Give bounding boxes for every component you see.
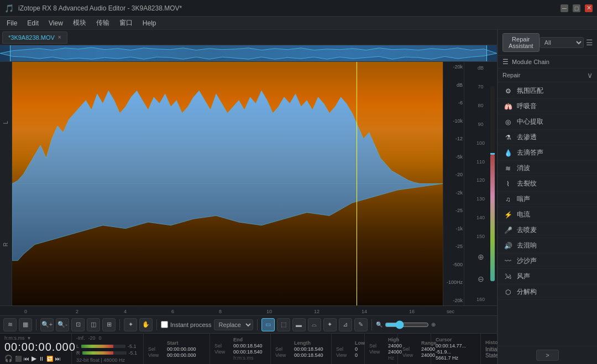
- module-name-1: 呼吸音: [517, 102, 537, 111]
- module-item-0[interactable]: ⚙ 氛围匹配: [498, 83, 597, 99]
- more-btn[interactable]: >: [536, 350, 558, 361]
- separator-4: [257, 319, 258, 330]
- cursor-sel-value: 00:00:14.77...: [436, 343, 476, 349]
- cursor-freq-value: 5661.7 Hz: [436, 355, 476, 361]
- brush-btn[interactable]: ⊿: [339, 318, 352, 331]
- spectrogram[interactable]: [12, 62, 443, 305]
- module-name-0: 氛围匹配: [517, 86, 543, 96]
- zoom-full-btn[interactable]: ◫: [87, 318, 100, 331]
- inf-label: -Inf.: [76, 335, 85, 341]
- repair-expand-icon[interactable]: ∨: [587, 71, 593, 80]
- module-icon-6: ⌇: [504, 180, 512, 188]
- module-icon-13: ⬡: [504, 288, 512, 297]
- timecode-value: 00:00:00.000: [4, 341, 67, 354]
- maximize-button[interactable]: □: [573, 4, 580, 12]
- waveform-view-btn[interactable]: ≋: [3, 318, 17, 331]
- instant-process-checkbox[interactable]: [161, 321, 168, 328]
- channel-l-label: L: [3, 121, 9, 124]
- module-icon-8: ⚡: [504, 210, 512, 219]
- next-btn[interactable]: ⏭: [55, 356, 61, 362]
- module-icon-10: 🔊: [504, 241, 512, 250]
- time-12: 12: [314, 309, 320, 314]
- zoom-fit-btn[interactable]: ⊡: [71, 318, 85, 331]
- sel-time-btn[interactable]: ⬚: [277, 318, 290, 331]
- length-section: Length Sel 00:00:18.540 View 00:00:18.54…: [271, 334, 332, 364]
- prev-btn[interactable]: ⏮: [24, 356, 29, 362]
- select-tool-btn[interactable]: ✦: [124, 318, 137, 331]
- sel-lasso-btn[interactable]: ⌓: [308, 318, 321, 331]
- pause-btn[interactable]: ⏸: [39, 356, 44, 362]
- db-mark-6: -5k: [444, 154, 463, 160]
- module-item-3[interactable]: ⚗ 去渗透: [498, 130, 597, 145]
- module-item-2[interactable]: ◎ 中心提取: [498, 114, 597, 130]
- file-tab[interactable]: *3K9A8238.MOV ×: [2, 31, 67, 44]
- minimize-button[interactable]: ─: [561, 4, 568, 12]
- pencil-btn[interactable]: ✎: [354, 318, 368, 331]
- module-item-4[interactable]: 💧 去滴答声: [498, 145, 597, 161]
- editor-area: L R: [0, 62, 497, 305]
- module-name-3: 去渗透: [517, 133, 537, 142]
- menu-edit[interactable]: Edit: [23, 18, 43, 28]
- db-mark-4: -10k: [444, 118, 463, 124]
- module-item-13[interactable]: ⬡ 分解构: [498, 284, 597, 300]
- module-item-5[interactable]: ≋ 消波: [498, 161, 597, 176]
- high-section: High Sel 24000 View 24000 Hz: [365, 334, 398, 364]
- timecode-dropdown[interactable]: ▼: [27, 336, 32, 341]
- menu-window[interactable]: 窗口: [115, 17, 137, 29]
- view-label: View: [148, 352, 165, 358]
- right-top: Repair Assistant All ☰: [498, 30, 597, 56]
- module-name-2: 中心提取: [517, 117, 543, 126]
- menu-file[interactable]: File: [2, 18, 22, 28]
- play-btn[interactable]: ▶: [32, 355, 36, 362]
- zero-label: 0: [99, 335, 102, 341]
- level-r-bar: [82, 351, 127, 355]
- sel-rect-btn[interactable]: ▭: [261, 318, 275, 331]
- tab-close-icon[interactable]: ×: [58, 34, 61, 40]
- sel-times-section: Start Sel 00:00:00.000 View 00:00:00.000: [144, 334, 210, 364]
- menu-view[interactable]: View: [44, 18, 67, 28]
- level-l-bar: [81, 345, 125, 348]
- separator-3: [156, 319, 157, 330]
- time-4: 4: [124, 309, 127, 314]
- zoom-slider[interactable]: [385, 320, 429, 329]
- headphone-icon[interactable]: 🎧: [4, 355, 13, 362]
- instant-process-label: Instant process: [161, 321, 212, 328]
- menubar: File Edit View 模块 传输 窗口 Help: [0, 17, 597, 30]
- module-item-9[interactable]: 🎤 去喷麦: [498, 223, 597, 238]
- hand-tool-btn[interactable]: ✋: [139, 318, 153, 331]
- module-item-8[interactable]: ⚡ 电流: [498, 207, 597, 223]
- time-6: 6: [171, 309, 174, 314]
- meter-indicator: [490, 153, 495, 155]
- module-item-7[interactable]: ♫ 嗡声: [498, 192, 597, 207]
- magic-wand-btn[interactable]: ✦: [323, 318, 337, 331]
- overview-waveform[interactable]: [0, 45, 497, 62]
- db-mark-1: -20k: [444, 64, 463, 70]
- freq-section: Low Sel 0 View 0: [332, 334, 365, 364]
- module-icon-0: ⚙: [504, 87, 512, 96]
- replace-select[interactable]: Replace: [214, 319, 253, 330]
- module-item-6[interactable]: ⌇ 去裂纹: [498, 176, 597, 192]
- menu-help[interactable]: Help: [138, 18, 161, 28]
- module-list: ⚙ 氛围匹配 🫁 呼吸音 ◎ 中心提取 ⚗ 去渗透 💧 去滴答声 ≋ 消波 ⌇ …: [498, 82, 597, 346]
- loop-btn[interactable]: 🔁: [46, 356, 53, 362]
- spectrogram-view-btn[interactable]: ▦: [19, 318, 32, 331]
- module-filter-select[interactable]: All: [540, 37, 584, 48]
- repair-assistant-btn[interactable]: Repair Assistant: [502, 33, 540, 52]
- db-mark-12: -500: [444, 262, 463, 267]
- close-button[interactable]: ✕: [585, 4, 593, 12]
- zoom-in-btn[interactable]: 🔍+: [40, 318, 54, 331]
- right-panel: Repair Assistant All ☰ ☰ Module Chain Re…: [498, 30, 597, 364]
- zoom-sel-btn[interactable]: ⊞: [102, 318, 116, 331]
- module-item-10[interactable]: 🔊 去混响: [498, 238, 597, 254]
- menu-transport[interactable]: 传输: [92, 17, 114, 29]
- repair-section: Repair ∨: [498, 68, 597, 82]
- module-item-1[interactable]: 🫁 呼吸音: [498, 99, 597, 114]
- zoom-out-btn[interactable]: 🔍-: [56, 318, 69, 331]
- list-view-icon[interactable]: ☰: [586, 38, 593, 47]
- stop-btn[interactable]: ⬛: [15, 356, 22, 362]
- cursor-section: Cursor 00:00:14.77... -51.9... 5661.7 Hz: [431, 334, 481, 364]
- sel-freq-btn[interactable]: ▬: [292, 318, 306, 331]
- menu-module[interactable]: 模块: [69, 17, 91, 29]
- module-item-11[interactable]: 〰 沙沙声: [498, 254, 597, 269]
- module-item-12[interactable]: 🌬 风声: [498, 269, 597, 284]
